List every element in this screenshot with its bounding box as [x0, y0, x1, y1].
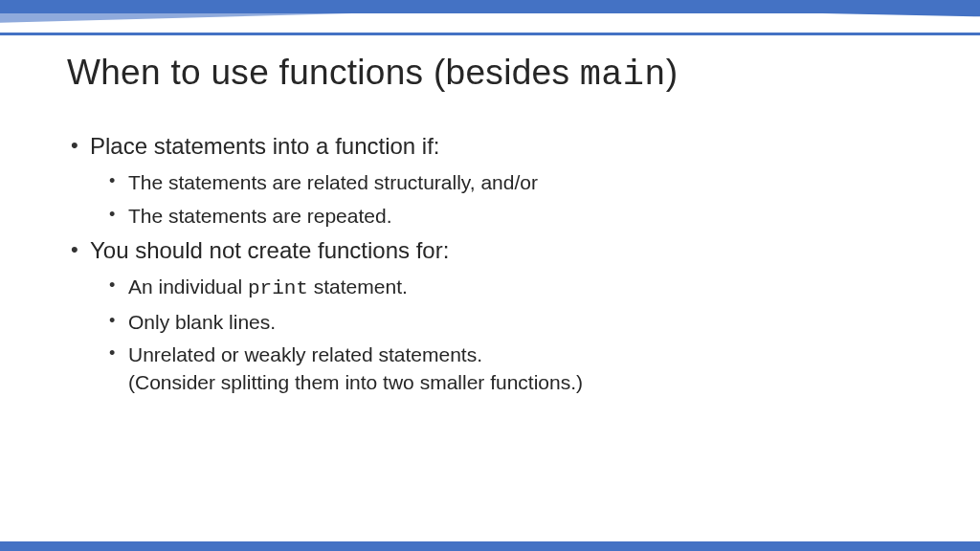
- section-1-items: The statements are related structurally,…: [90, 169, 913, 230]
- section-2-heading: You should not create functions for:: [90, 237, 449, 263]
- banner-underline: [0, 33, 980, 35]
- list-item: Unrelated or weakly related statements. …: [128, 342, 913, 396]
- title-prefix: When to use functions (besides: [67, 53, 580, 92]
- slide-content: When to use functions (besides main) Pla…: [67, 53, 913, 402]
- section-2-items: An individual print statement. Only blan…: [90, 274, 913, 395]
- list-item: An individual print statement.: [128, 274, 913, 302]
- title-mono: main: [580, 55, 666, 95]
- slide-title: When to use functions (besides main): [67, 53, 913, 95]
- banner-stripe-top: [0, 0, 980, 13]
- mono-print: print: [248, 277, 308, 299]
- bottom-banner-bar: [0, 541, 980, 551]
- list-item: The statements are repeated.: [128, 203, 913, 230]
- section-1: Place statements into a function if: The…: [90, 131, 913, 230]
- list-item: The statements are related structurally,…: [128, 169, 913, 196]
- top-banner-decoration: [0, 0, 980, 43]
- section-1-heading: Place statements into a function if:: [90, 133, 440, 159]
- section-2: You should not create functions for: An …: [90, 235, 913, 396]
- title-suffix: ): [666, 53, 679, 92]
- list-item: Only blank lines.: [128, 309, 913, 336]
- bullet-list: Place statements into a function if: The…: [67, 131, 913, 396]
